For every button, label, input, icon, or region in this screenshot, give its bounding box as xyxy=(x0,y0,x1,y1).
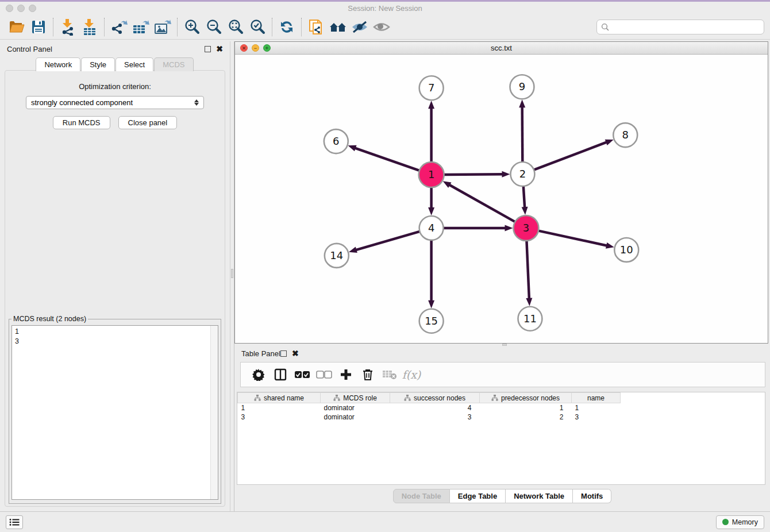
tab-motifs[interactable]: Motifs xyxy=(573,489,611,503)
memory-button[interactable]: Memory xyxy=(716,515,764,529)
table-cell[interactable]: dominator xyxy=(321,403,390,413)
minimize-window-icon[interactable] xyxy=(17,5,25,12)
table-toolbar: f(x) xyxy=(240,362,765,387)
table-cell[interactable]: 4 xyxy=(390,403,480,413)
column-type-icon xyxy=(254,395,261,401)
optimization-criterion-label: Optimization criterion: xyxy=(5,82,225,91)
edge-3-11[interactable] xyxy=(526,241,529,299)
maximize-window-icon[interactable] xyxy=(29,5,36,12)
close-table-panel-icon[interactable]: ✖ xyxy=(292,350,299,357)
open-folder-icon[interactable] xyxy=(6,17,28,37)
column-header-name[interactable]: name xyxy=(572,393,621,403)
refresh-icon[interactable] xyxy=(276,17,298,37)
splitter-grip[interactable] xyxy=(231,269,233,278)
node-label: 1 xyxy=(428,168,434,180)
vertical-splitter[interactable] xyxy=(230,41,234,511)
network-maximize-icon[interactable]: + xyxy=(263,44,271,52)
result-scrollbar[interactable] xyxy=(210,326,218,499)
node-label: 6 xyxy=(333,135,339,147)
close-panel-button[interactable]: Close panel xyxy=(118,116,178,129)
dropdown-chevrons-icon xyxy=(194,99,199,106)
select-all-columns-icon[interactable] xyxy=(292,365,312,384)
network-window-titlebar[interactable]: ✕ − + scc.txt xyxy=(235,42,768,55)
zoom-out-icon[interactable] xyxy=(203,17,225,37)
settings-gear-icon[interactable] xyxy=(249,365,268,384)
zoom-in-icon[interactable] xyxy=(181,17,203,37)
table-cell[interactable]: dominator xyxy=(321,413,390,422)
arrowhead-icon xyxy=(443,181,452,188)
tab-edge-table[interactable]: Edge Table xyxy=(450,489,506,503)
edge-2-9[interactable] xyxy=(522,106,523,162)
tab-mcds[interactable]: MCDS xyxy=(154,57,193,71)
copy-network-icon[interactable] xyxy=(305,17,327,37)
edge-1-6[interactable] xyxy=(355,148,419,170)
edge-2-8[interactable] xyxy=(534,142,607,169)
status-bar: Memory xyxy=(0,511,770,532)
close-window-icon[interactable] xyxy=(6,5,13,12)
run-mcds-button[interactable]: Run MCDS xyxy=(53,116,110,129)
deselect-all-columns-icon[interactable] xyxy=(314,365,334,384)
table-row[interactable]: 1dominator411 xyxy=(238,403,621,413)
delete-table-icon[interactable] xyxy=(380,365,399,384)
edge-3-1[interactable] xyxy=(449,184,515,222)
import-network-icon[interactable] xyxy=(57,17,79,37)
hide-selected-eye-icon[interactable] xyxy=(349,17,371,37)
column-type-icon xyxy=(491,395,498,401)
network-minimize-icon[interactable]: − xyxy=(252,44,259,52)
add-column-icon[interactable] xyxy=(336,365,356,384)
function-builder-icon[interactable]: f(x) xyxy=(402,365,421,384)
network-close-icon[interactable]: ✕ xyxy=(240,44,248,52)
table-cell[interactable]: 1 xyxy=(238,403,321,413)
import-table-icon[interactable] xyxy=(79,17,101,37)
tab-network-table[interactable]: Network Table xyxy=(506,489,573,503)
table-cell[interactable]: 3 xyxy=(390,413,480,422)
node-label: 2 xyxy=(519,168,526,180)
delete-column-icon[interactable] xyxy=(358,365,378,384)
save-session-icon[interactable] xyxy=(28,17,49,37)
close-panel-icon[interactable]: ✖ xyxy=(216,46,223,52)
optimization-criterion-select[interactable]: strongly connected component xyxy=(26,96,204,109)
node-label: 9 xyxy=(519,80,525,92)
table-cell[interactable]: 3 xyxy=(238,413,321,422)
export-image-icon[interactable] xyxy=(152,17,174,37)
export-table-icon[interactable] xyxy=(130,17,152,37)
search-input[interactable] xyxy=(612,22,760,31)
zoom-selected-icon[interactable] xyxy=(247,17,268,37)
show-all-eye-icon[interactable] xyxy=(371,17,392,37)
zoom-fit-icon[interactable] xyxy=(225,17,247,37)
float-panel-icon[interactable] xyxy=(205,46,211,52)
node-label: 14 xyxy=(330,249,343,261)
table-cell[interactable]: 1 xyxy=(480,403,572,413)
edge-1-2[interactable] xyxy=(444,174,503,175)
column-header-successor-nodes[interactable]: successor nodes xyxy=(390,393,480,403)
network-canvas[interactable]: 7968124314101511 xyxy=(235,55,768,343)
column-layout-icon[interactable] xyxy=(271,365,290,384)
column-header-MCDS-role[interactable]: MCDS role xyxy=(321,393,390,403)
tab-network[interactable]: Network xyxy=(36,57,80,71)
task-history-icon[interactable] xyxy=(6,515,23,529)
tab-node-table[interactable]: Node Table xyxy=(393,489,450,503)
tab-style[interactable]: Style xyxy=(81,57,115,71)
mcds-result-area[interactable]: 1 3 xyxy=(11,325,218,500)
arrowhead-icon xyxy=(526,298,532,306)
node-table[interactable]: shared nameMCDS rolesuccessor nodesprede… xyxy=(237,392,765,485)
column-header-shared-name[interactable]: shared name xyxy=(238,393,321,403)
search-box[interactable] xyxy=(596,20,764,34)
application-window: Session: New Session xyxy=(0,0,770,532)
titlebar: Session: New Session xyxy=(0,2,770,14)
edge-3-10[interactable] xyxy=(538,231,607,246)
column-header-predecessor-nodes[interactable]: predecessor nodes xyxy=(480,393,572,403)
edge-2-3[interactable] xyxy=(523,186,525,208)
table-cell[interactable]: 1 xyxy=(572,403,621,413)
export-network-icon[interactable] xyxy=(108,17,130,37)
table-cell[interactable]: 3 xyxy=(572,413,621,422)
first-neighbors-icon[interactable] xyxy=(327,17,349,37)
node-label: 11 xyxy=(523,313,537,325)
tab-select[interactable]: Select xyxy=(116,57,153,71)
table-row[interactable]: 3dominator323 xyxy=(238,413,621,422)
table-cell[interactable]: 2 xyxy=(480,413,572,422)
main-toolbar xyxy=(0,14,770,40)
node-label: 3 xyxy=(523,222,529,234)
float-table-panel-icon[interactable] xyxy=(280,350,287,357)
edge-4-14[interactable] xyxy=(355,232,419,250)
